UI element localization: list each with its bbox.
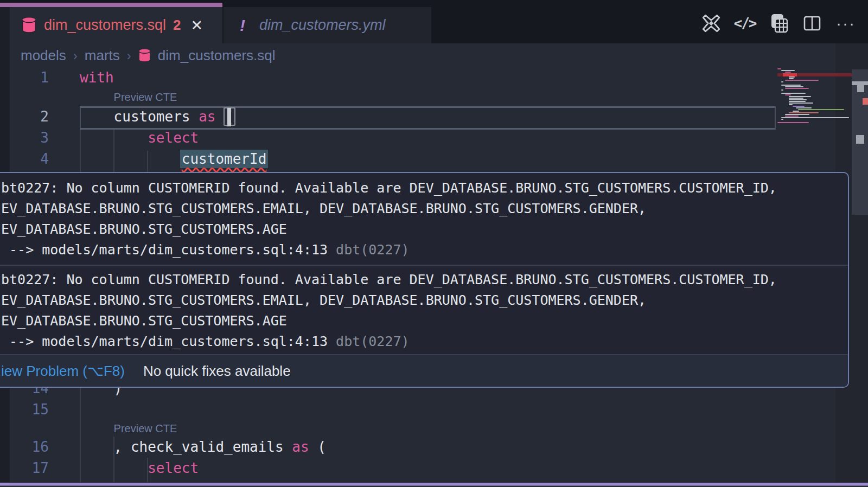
code-line[interactable]: 16, check_valid_emails as ( <box>0 437 777 458</box>
code-text: customers as ( <box>114 106 235 127</box>
error-location-line: --> models/marts/dim_customers.sql:4:13 … <box>1 240 848 260</box>
error-message-line: bt0227: No column CUSTOMERID found. Avai… <box>1 178 848 198</box>
minimap-line <box>798 109 844 110</box>
preview-cte-lens[interactable]: Preview CTE <box>114 88 177 106</box>
minimap-line <box>781 117 849 118</box>
minimap-line <box>785 86 803 87</box>
chevron-right-icon: › <box>73 48 78 63</box>
code-segment: customers <box>114 108 199 125</box>
code-text: with <box>80 67 114 88</box>
code-lens-row[interactable]: Preview CTE <box>0 420 777 437</box>
minimap-line <box>785 88 809 89</box>
tab-bar: dim_customers.sql 2 ✕ ! dim_customers.ym… <box>0 0 868 43</box>
error-message-line: EV_DATABASE.BRUNO.STG_CUSTOMERS.EMAIL, D… <box>1 198 848 219</box>
tab-dim-customers-yml[interactable]: ! dim_customers.yml <box>224 7 431 43</box>
error-message-block: bt0227: No column CUSTOMERID found. Avai… <box>0 173 848 265</box>
minimap-line <box>781 119 783 120</box>
minimap-line <box>785 94 791 95</box>
error-message-block: bt0227: No column CUSTOMERID found. Avai… <box>0 266 848 354</box>
minimap-line <box>793 106 805 107</box>
code-segment: as <box>199 108 215 125</box>
active-tab-accent <box>0 3 222 7</box>
error-location-line: --> models/marts/dim_customers.sql:4:13 … <box>1 331 848 352</box>
code-text: select <box>148 458 199 479</box>
compiled-code-icon[interactable]: </> <box>733 12 756 35</box>
breadcrumb-models[interactable]: models <box>21 47 66 64</box>
tab-dim-customers-sql[interactable]: dim_customers.sql 2 ✕ <box>10 7 222 43</box>
minimap-line <box>789 78 794 79</box>
database-icon <box>22 17 36 33</box>
split-editor-icon[interactable] <box>801 12 824 35</box>
ruler-decoration <box>857 85 864 92</box>
code-line[interactable]: 17select <box>0 458 777 479</box>
minimap-line <box>785 80 819 81</box>
error-message-line: EV_DATABASE.BRUNO.STG_CUSTOMERS.EMAIL, D… <box>1 290 848 311</box>
code-text: , check_valid_emails as ( <box>114 437 326 458</box>
error-location: --> models/marts/dim_customers.sql:4:13 <box>1 334 336 349</box>
error-hover-popup: bt0227: No column CUSTOMERID found. Avai… <box>0 172 849 388</box>
minimap-line <box>796 107 812 108</box>
close-icon[interactable]: ✕ <box>191 17 203 34</box>
minimap-line <box>781 85 801 86</box>
warning-icon: ! <box>240 16 245 35</box>
tab-label: dim_customers.yml <box>259 17 386 34</box>
minimap-error-word <box>783 73 797 76</box>
minimap-line <box>789 76 795 78</box>
breadcrumb-marts[interactable]: marts <box>85 47 120 64</box>
preview-cte-lens[interactable]: Preview CTE <box>114 420 177 437</box>
error-message-line: bt0227: No column CUSTOMERID found. Avai… <box>1 270 848 290</box>
code-line[interactable]: 2customers as ( <box>0 106 777 127</box>
minimap-line <box>781 70 795 71</box>
code-line[interactable]: 1with <box>0 67 777 88</box>
error-message-line: EV_DATABASE.BRUNO.STG_CUSTOMERS.AGE <box>1 311 848 331</box>
code-text: customerId <box>182 149 267 170</box>
popup-status-bar: iew Problem (⌥F8)No quick fixes availabl… <box>0 354 848 387</box>
code-line[interactable]: 15 <box>0 399 777 420</box>
overview-ruler[interactable] <box>852 69 868 215</box>
query-results-icon[interactable] <box>767 12 790 35</box>
error-location: --> models/marts/dim_customers.sql:4:13 <box>1 242 336 258</box>
error-token: customerId <box>180 150 269 168</box>
code-line[interactable]: 3select <box>0 127 777 149</box>
more-actions-icon[interactable]: ··· <box>834 12 857 35</box>
chevron-right-icon: › <box>127 48 131 63</box>
breadcrumb-file[interactable]: dim_customers.sql <box>158 47 276 64</box>
breadcrumb: models › marts › dim_customers.sql <box>21 43 276 68</box>
error-message-line: EV_DATABASE.BRUNO.STG_CUSTOMERS.AGE <box>1 219 848 240</box>
tab-label: dim_customers.sql <box>44 17 166 34</box>
error-code: dbt(0227) <box>336 242 409 258</box>
view-problem-link[interactable]: iew Problem (⌥F8) <box>1 363 125 380</box>
minimap-line <box>781 93 806 94</box>
minimap-line <box>781 89 783 91</box>
code-text: select <box>148 127 199 149</box>
code-lens-row[interactable]: Preview CTE <box>0 88 777 106</box>
panel-divider-accent <box>0 483 868 486</box>
minimap-line <box>789 96 811 97</box>
minimap-line <box>789 99 807 100</box>
minimap-line <box>789 101 806 102</box>
minimap-line <box>777 68 781 69</box>
code-editor-bottom[interactable]: 14)15Preview CTE16, check_valid_emails a… <box>0 378 777 479</box>
minimap-line <box>789 98 803 99</box>
editor-window: dim_customers.sql 2 ✕ ! dim_customers.ym… <box>0 0 868 487</box>
editor-actions: </> ··· <box>700 10 857 37</box>
minimap-line <box>793 111 799 112</box>
code-segment: select <box>148 460 199 476</box>
dbt-power-user-icon[interactable] <box>700 12 723 35</box>
code-line[interactable]: 4customerId <box>0 149 777 170</box>
minimap-line <box>781 81 783 82</box>
minimap-line <box>785 72 791 73</box>
minimap-line <box>789 102 813 104</box>
code-segment: ( <box>309 439 326 455</box>
ruler-decoration <box>863 98 868 105</box>
code-segment: as <box>292 439 309 455</box>
code-editor-top[interactable]: 1withPreview CTE2customers as (3select4c… <box>0 67 777 170</box>
code-segment: with <box>80 69 114 86</box>
error-code: dbt(0227) <box>336 334 409 349</box>
code-segment: select <box>148 130 199 146</box>
code-segment: , check_valid_emails <box>114 439 292 455</box>
tab-problem-count: 2 <box>173 17 181 34</box>
no-quick-fixes-text: No quick fixes available <box>143 363 291 380</box>
ruler-decoration <box>856 135 864 144</box>
minimap-line <box>789 112 819 113</box>
